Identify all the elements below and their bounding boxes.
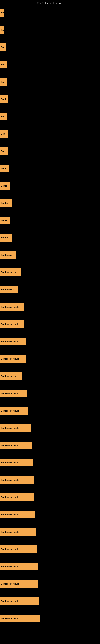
bar-row: Bottleneck result	[0, 333, 100, 350]
bar-34: Bottleneck result	[0, 580, 38, 588]
bar-29: Bottleneck result	[0, 494, 34, 501]
bar-30: Bottleneck result	[0, 511, 35, 518]
bar-row: Bott	[0, 142, 100, 160]
bar-row: Bottlen	[0, 229, 100, 246]
bar-label-20: Bottleneck result	[1, 340, 19, 343]
bar-22: Bottleneck resu	[0, 372, 22, 380]
bar-label-19: Bottleneck result	[1, 323, 19, 326]
bar-21: Bottleneck result	[0, 355, 26, 363]
bar-label-33: Bottleneck result	[1, 565, 19, 568]
bar-15: Bottleneck	[0, 251, 16, 259]
bar-label-9: Bott	[1, 150, 5, 152]
bar-row: Bottleneck result	[0, 558, 100, 575]
bar-row: Bottleneck result	[0, 523, 100, 540]
bar-row: Bott	[0, 56, 100, 73]
bar-label-25: Bottleneck result	[1, 427, 19, 429]
bar-35: Bottleneck result	[0, 597, 39, 605]
bar-31: Bottleneck result	[0, 528, 36, 536]
bar-label-36: Bottleneck result	[1, 617, 19, 620]
bar-row: Bottl	[0, 160, 100, 177]
bar-row: Bottleneck result	[0, 385, 100, 402]
bar-label-15: Bottleneck	[1, 254, 12, 256]
bar-label-16: Bottleneck resu	[1, 271, 17, 274]
bar-3: Bot	[0, 44, 6, 51]
bar-row: Bottleneck result	[0, 402, 100, 420]
bar-row: Bottleneck result	[0, 540, 100, 558]
bar-24: Bottleneck result	[0, 407, 28, 414]
bar-label-32: Bottleneck result	[1, 548, 19, 550]
bar-label-26: Bottleneck result	[1, 444, 19, 446]
bar-36: Bottleneck result	[0, 614, 40, 622]
bar-23: Bottleneck result	[0, 390, 27, 397]
bar-28: Bottleneck result	[0, 476, 34, 484]
bar-5: Bott	[0, 78, 7, 86]
bar-label-1: Bo	[1, 12, 4, 14]
bar-32: Bottleneck result	[0, 546, 37, 553]
bar-row: Bottleneck result	[0, 350, 100, 368]
bar-row: Bottleneck resu	[0, 368, 100, 385]
bar-row: Bottle	[0, 177, 100, 194]
bar-row: Bott	[0, 73, 100, 90]
bar-label-17: Bottleneck r	[1, 288, 14, 291]
bar-row: Bottleneck result	[0, 506, 100, 523]
bar-label-29: Bottleneck result	[1, 496, 19, 498]
bars-container: BoBoBotBottBottBottlBottBottBottBottlBot…	[0, 4, 100, 627]
bar-row: Bottlen	[0, 194, 100, 212]
bar-2: Bo	[0, 26, 4, 34]
bar-18: Bottleneck result	[0, 303, 24, 311]
bar-row: Bottleneck result	[0, 471, 100, 489]
bar-row: Bottleneck result	[0, 610, 100, 627]
bar-label-3: Bot	[1, 46, 4, 48]
bar-row: Bottleneck result	[0, 575, 100, 592]
bar-label-2: Bo	[1, 29, 4, 31]
bar-label-8: Bott	[1, 132, 5, 135]
bar-label-11: Bottle	[1, 184, 7, 187]
bar-row: Bottleneck r	[0, 281, 100, 298]
bar-label-18: Bottleneck result	[1, 306, 19, 308]
bar-row: Bot	[0, 39, 100, 56]
bar-label-27: Bottleneck result	[1, 462, 19, 464]
bar-row: Bottleneck	[0, 246, 100, 264]
bar-row: Bottleneck result	[0, 420, 100, 437]
bar-12: Bottlen	[0, 199, 12, 207]
bar-label-23: Bottleneck result	[1, 392, 19, 395]
bar-label-21: Bottleneck result	[1, 358, 19, 360]
bar-row: Bottl	[0, 90, 100, 108]
bar-16: Bottleneck resu	[0, 268, 21, 276]
bar-4: Bott	[0, 61, 7, 68]
bar-11: Bottle	[0, 182, 10, 190]
bar-27: Bottleneck result	[0, 459, 33, 466]
bar-label-4: Bott	[1, 64, 5, 66]
bar-label-28: Bottleneck result	[1, 479, 19, 481]
bar-10: Bottl	[0, 164, 9, 172]
bar-row: Bottle	[0, 212, 100, 229]
bar-17: Bottleneck r	[0, 286, 18, 294]
bar-row: Bo	[0, 4, 100, 21]
bar-label-13: Bottle	[1, 219, 7, 222]
bar-7: Bott	[0, 113, 7, 120]
bar-label-12: Bottlen	[1, 202, 8, 204]
bar-row: Bottleneck result	[0, 454, 100, 471]
bar-26: Bottleneck result	[0, 442, 32, 449]
bar-label-24: Bottleneck result	[1, 410, 19, 412]
bar-row: Bo	[0, 21, 100, 39]
bar-14: Bottlen	[0, 234, 12, 242]
bar-row: Bottleneck result	[0, 316, 100, 333]
bar-row: Bott	[0, 108, 100, 125]
bar-label-5: Bott	[1, 81, 5, 83]
bar-row: Bottleneck result	[0, 592, 100, 610]
bar-label-6: Bottl	[1, 98, 6, 100]
bar-row: Bott	[0, 125, 100, 142]
bar-13: Bottle	[0, 216, 10, 224]
bar-20: Bottleneck result	[0, 338, 26, 345]
bar-label-14: Bottlen	[1, 236, 8, 239]
bar-label-31: Bottleneck result	[1, 531, 19, 533]
bar-label-30: Bottleneck result	[1, 514, 19, 516]
bar-row: Bottleneck result	[0, 298, 100, 316]
bar-row: Bottleneck resu	[0, 264, 100, 281]
bar-label-34: Bottleneck result	[1, 582, 19, 585]
bar-label-10: Bottl	[1, 167, 6, 170]
bar-33: Bottleneck result	[0, 563, 38, 570]
bar-25: Bottleneck result	[0, 424, 31, 432]
bar-19: Bottleneck result	[0, 320, 24, 328]
